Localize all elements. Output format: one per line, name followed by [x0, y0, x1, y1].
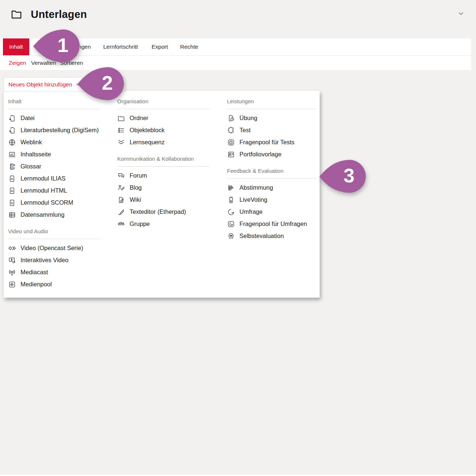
learning-module-icon: [8, 199, 16, 207]
menu-item-label: Gruppe: [130, 220, 150, 227]
learning-module-icon: [8, 175, 16, 183]
menu-item[interactable]: Inhaltsseite: [8, 148, 100, 160]
livevoting-icon: [227, 196, 235, 204]
menu-item[interactable]: Datei: [8, 112, 100, 124]
menu-item[interactable]: Fragenpool für Umfragen: [227, 218, 316, 230]
subtab-zeigen[interactable]: Zeigen: [9, 56, 26, 70]
menu-item[interactable]: Gruppe: [117, 218, 209, 230]
mediapool-icon: [8, 280, 16, 289]
menu-item[interactable]: Umfrage: [227, 206, 316, 218]
menu-item[interactable]: LiveVoting: [227, 194, 316, 206]
questionpool-test-icon: [227, 138, 235, 146]
menu-item-label: Objekteblock: [130, 127, 164, 133]
tab-lernfortschritt[interactable]: Lernfortschritt: [103, 38, 138, 55]
learning-module-icon: [8, 187, 16, 195]
menu-item-label: Lernmodul SCORM: [21, 199, 73, 206]
menu-section-title: Feedback & Evaluation: [227, 167, 316, 175]
menu-item-label: Forum: [130, 172, 147, 179]
file-download-icon: [8, 126, 16, 134]
menu-item-label: Übung: [239, 115, 257, 121]
test-icon: [227, 126, 235, 134]
menu-section-title: Kommunikation & Kollaboration: [117, 155, 209, 163]
menu-item-label: Medienpool: [21, 281, 52, 287]
menu-item[interactable]: Literaturbestellung (DigiSem): [8, 124, 100, 136]
wiki-icon: [117, 196, 125, 204]
tab-inhalt[interactable]: Inhalt: [3, 38, 29, 55]
menu-item[interactable]: Ordner: [117, 112, 209, 124]
tab-rechte[interactable]: Rechte: [180, 38, 198, 55]
menu-item[interactable]: Objekteblock: [117, 124, 209, 136]
data-table-icon: [8, 211, 16, 219]
menu-item[interactable]: Fragenpool für Tests: [227, 136, 316, 148]
menu-item[interactable]: Abstimmung: [227, 182, 316, 194]
portfolio-template-icon: [227, 150, 235, 159]
menu-item-label: Interaktives Video: [21, 257, 68, 263]
menu-item[interactable]: Lernmodul SCORM: [8, 197, 100, 209]
svg-text:Z: Z: [13, 167, 15, 169]
poll-icon: [227, 184, 235, 192]
tab-export[interactable]: Export: [152, 38, 168, 55]
menu-item[interactable]: Übung: [227, 112, 316, 124]
interactive-video-icon: [8, 256, 16, 264]
menu-item-label: Texteditor (Etherpad): [130, 208, 186, 215]
menu-item[interactable]: AZGlossar: [8, 160, 100, 172]
menu-item-label: Test: [239, 127, 250, 133]
chevron-down-icon[interactable]: [457, 10, 465, 18]
menu-item-label: Datensammlung: [21, 211, 64, 218]
menu-item-label: Literaturbestellung (DigiSem): [21, 127, 99, 133]
globe-icon: [8, 138, 16, 146]
opencast-series-icon: [8, 244, 16, 252]
menu-section-title: Video und Audio: [8, 228, 100, 235]
menu-item[interactable]: Test: [227, 124, 316, 136]
menu-item-label: Lernmodul ILIAS: [21, 175, 66, 182]
section-divider: [117, 109, 209, 109]
callout-1: 1: [31, 29, 80, 63]
menu-section-title: Leistungen: [227, 98, 316, 105]
menu-item[interactable]: Mediacast: [8, 266, 100, 278]
group-icon: [117, 220, 125, 228]
menu-column-organisation: OrganisationOrdnerObjekteblockLernsequen…: [117, 91, 209, 230]
menu-item-label: Video (Opencast Serie): [21, 245, 83, 251]
folder-icon: [117, 114, 125, 122]
svg-text:A: A: [13, 164, 15, 166]
add-object-menu: InhaltDateiLiteraturbestellung (DigiSem)…: [4, 91, 320, 298]
menu-item[interactable]: Lernmodul HTML: [8, 185, 100, 197]
etherpad-icon: [117, 208, 125, 216]
self-evaluation-icon: [227, 232, 235, 240]
menu-item-label: LiveVoting: [239, 196, 267, 203]
menu-item[interactable]: Forum: [117, 170, 209, 182]
menu-item[interactable]: Video (Opencast Serie): [8, 242, 100, 254]
menu-item[interactable]: Lernmodul ILIAS: [8, 172, 100, 185]
menu-item-label: Lernsequenz: [130, 139, 164, 145]
item-block-icon: [117, 126, 125, 134]
menu-item[interactable]: Texteditor (Etherpad): [117, 206, 209, 218]
exercise-icon: [227, 114, 235, 122]
menu-item[interactable]: Weblink: [8, 136, 100, 148]
menu-item[interactable]: Medienpool: [8, 278, 100, 290]
menu-item[interactable]: Portfoliovorlage: [227, 148, 316, 160]
menu-item-label: Inhaltsseite: [21, 151, 51, 157]
questionpool-survey-icon: [227, 220, 235, 228]
menu-item[interactable]: Wiki: [117, 194, 209, 206]
menu-item-label: Lernmodul HTML: [21, 187, 67, 194]
callout-3-number: 3: [334, 159, 364, 191]
glossary-icon: AZ: [8, 163, 16, 171]
menu-item-label: Datei: [21, 115, 35, 121]
content-page-icon: [8, 150, 16, 159]
add-object-button[interactable]: Neues Objekt hinzufügen: [4, 77, 86, 92]
page-title: Unterlagen: [31, 8, 87, 21]
menu-item[interactable]: Datensammlung: [8, 209, 100, 221]
learning-sequence-icon: [117, 138, 125, 146]
section-divider: [227, 178, 316, 179]
callout-1-number: 1: [48, 29, 78, 61]
page-header: Unterlagen: [10, 8, 87, 21]
menu-item[interactable]: Lernsequenz: [117, 136, 209, 148]
menu-item-label: Blog: [130, 184, 142, 191]
bottom-strip: [0, 475, 476, 476]
menu-item[interactable]: Interaktives Video: [8, 254, 100, 266]
menu-item[interactable]: Selbstevaluation: [227, 230, 316, 242]
section-divider: [227, 109, 316, 109]
menu-item-label: Glossar: [21, 163, 41, 170]
menu-item[interactable]: Blog: [117, 182, 209, 194]
forum-icon: [117, 172, 125, 180]
